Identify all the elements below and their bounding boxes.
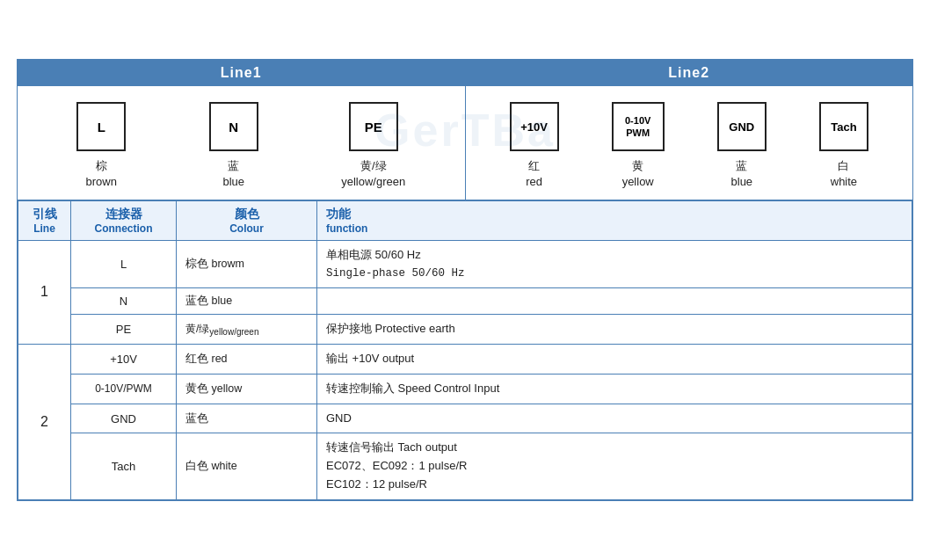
func-N bbox=[317, 288, 912, 315]
conn-tach: Tach bbox=[71, 433, 177, 499]
line1-body: L 棕brown N 蓝blue PE 黄/绿yellow/green bbox=[18, 86, 465, 199]
th-function: 功能 function bbox=[317, 200, 912, 240]
color-gnd: 蓝色 bbox=[177, 404, 317, 433]
th-line-zh: 引线 bbox=[27, 207, 62, 222]
func-pwm: 转速控制输入 Speed Control Input bbox=[317, 374, 912, 404]
color-tach: 白色 white bbox=[177, 433, 317, 499]
color-N: 蓝色 blue bbox=[177, 288, 317, 315]
table-row: 0-10V/PWM 黄色 yellow 转速控制输入 Speed Control… bbox=[18, 374, 912, 404]
table-row: 1 L 棕色 browm 单相电源 50/60 HzSingle-phase 5… bbox=[18, 240, 912, 288]
connector-box-PE: PE bbox=[349, 102, 398, 151]
connector-box-L: L bbox=[76, 102, 126, 151]
connector-label-pwm: 黄yellow bbox=[622, 158, 654, 190]
table-section: 引线 Line 连接器 Connection 颜色 Colour 功能 func… bbox=[18, 200, 912, 500]
th-line: 引线 Line bbox=[18, 200, 71, 240]
conn-gnd: GND bbox=[71, 404, 177, 433]
th-conn-zh: 连接器 bbox=[80, 207, 167, 222]
table-row: PE 黄/绿yellow/green 保护接地 Protective earth bbox=[18, 315, 912, 345]
connector-box-tach: Tach bbox=[819, 102, 868, 151]
table-row: Tach 白色 white 转速信号输出 Tach output EC072、E… bbox=[18, 433, 912, 499]
conn-pwm: 0-10V/PWM bbox=[71, 374, 177, 404]
diagram-area: Line1 L 棕brown N 蓝blue PE 黄/绿yellow/gree… bbox=[18, 60, 912, 200]
color-10v: 红色 red bbox=[177, 345, 317, 375]
line2-body: +10V 红red 0-10VPWM 黄yellow GND 蓝blue Tac… bbox=[466, 86, 913, 199]
line2-header: Line2 bbox=[466, 60, 913, 86]
func-tach: 转速信号输出 Tach output EC072、EC092：1 pulse/R… bbox=[317, 433, 912, 499]
conn-10v: +10V bbox=[71, 345, 177, 375]
wiring-table: 引线 Line 连接器 Connection 颜色 Colour 功能 func… bbox=[18, 200, 912, 500]
th-func-en: function bbox=[326, 222, 903, 235]
conn-PE: PE bbox=[71, 315, 177, 345]
connector-tach: Tach 白white bbox=[819, 102, 868, 190]
color-PE: 黄/绿yellow/green bbox=[177, 315, 317, 345]
th-color-zh: 颜色 bbox=[185, 207, 308, 222]
conn-N: N bbox=[71, 288, 177, 315]
th-color-en: Colour bbox=[185, 222, 308, 235]
connector-gnd: GND 蓝blue bbox=[717, 102, 767, 190]
table-header-row: 引线 Line 连接器 Connection 颜色 Colour 功能 func… bbox=[18, 200, 912, 240]
connector-label-N: 蓝blue bbox=[222, 158, 244, 190]
conn-L: L bbox=[71, 240, 177, 288]
connector-10v: +10V 红red bbox=[510, 102, 559, 190]
connector-label-PE: 黄/绿yellow/green bbox=[341, 158, 405, 190]
func-PE: 保护接地 Protective earth bbox=[317, 315, 912, 345]
th-func-zh: 功能 bbox=[326, 207, 903, 222]
connector-box-10v: +10V bbox=[510, 102, 559, 151]
func-L: 单相电源 50/60 HzSingle-phase 50/60 Hz bbox=[317, 240, 912, 288]
main-container: Line1 L 棕brown N 蓝blue PE 黄/绿yellow/gree… bbox=[17, 59, 913, 501]
th-connection: 连接器 Connection bbox=[71, 200, 177, 240]
color-L: 棕色 browm bbox=[177, 240, 317, 288]
connector-N: N 蓝blue bbox=[209, 102, 258, 190]
line-number-1: 1 bbox=[18, 240, 71, 345]
connector-L: L 棕brown bbox=[76, 102, 126, 190]
line1-diagram: Line1 L 棕brown N 蓝blue PE 黄/绿yellow/gree… bbox=[18, 60, 466, 199]
connector-label-tach: 白white bbox=[831, 158, 857, 190]
th-color: 颜色 Colour bbox=[177, 200, 317, 240]
connector-pwm: 0-10VPWM 黄yellow bbox=[612, 102, 665, 190]
connector-box-N: N bbox=[209, 102, 258, 151]
connector-PE: PE 黄/绿yellow/green bbox=[341, 102, 405, 190]
line1-header: Line1 bbox=[18, 60, 465, 86]
table-row: N 蓝色 blue bbox=[18, 288, 912, 315]
func-10v: 输出 +10V output bbox=[317, 345, 912, 375]
th-line-en: Line bbox=[27, 222, 62, 235]
line2-diagram: Line2 +10V 红red 0-10VPWM 黄yellow GND 蓝bl… bbox=[466, 60, 913, 199]
connector-box-pwm: 0-10VPWM bbox=[612, 102, 665, 151]
th-conn-en: Connection bbox=[80, 222, 167, 235]
diagram-section: Line1 L 棕brown N 蓝blue PE 黄/绿yellow/gree… bbox=[18, 60, 912, 200]
func-gnd: GND bbox=[317, 404, 912, 433]
connector-box-gnd: GND bbox=[717, 102, 767, 151]
connector-label-10v: 红red bbox=[526, 158, 542, 190]
color-pwm: 黄色 yellow bbox=[177, 374, 317, 404]
table-body: 1 L 棕色 browm 单相电源 50/60 HzSingle-phase 5… bbox=[18, 240, 912, 499]
table-row: GND 蓝色 GND bbox=[18, 404, 912, 433]
connector-label-L: 棕brown bbox=[86, 158, 117, 190]
connector-label-gnd: 蓝blue bbox=[731, 158, 753, 190]
line-number-2: 2 bbox=[18, 345, 71, 500]
table-row: 2 +10V 红色 red 输出 +10V output bbox=[18, 345, 912, 375]
